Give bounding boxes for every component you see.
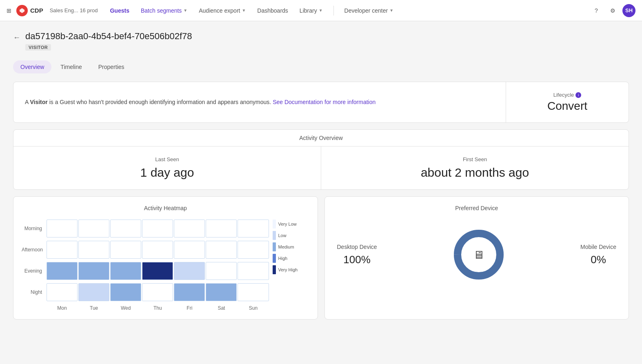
nav-library-label: Library bbox=[300, 7, 317, 14]
heatmap-cell bbox=[238, 283, 269, 301]
legend-label: Low bbox=[278, 233, 287, 238]
logo-text: CDP bbox=[30, 7, 43, 14]
tab-overview[interactable]: Overview bbox=[13, 60, 51, 73]
heatmap-cell bbox=[78, 220, 109, 237]
legend-label: High bbox=[278, 256, 288, 261]
nav-guests-label: Guests bbox=[110, 7, 129, 14]
monitor-icon: 🖥 bbox=[473, 248, 484, 262]
heatmap-cell bbox=[47, 220, 78, 237]
legend-label: Medium bbox=[278, 244, 294, 249]
heatmap-legend-item: Very High bbox=[273, 265, 298, 274]
tab-properties[interactable]: Properties bbox=[91, 60, 132, 73]
heatmap-cell bbox=[142, 220, 173, 237]
heatmap-cell bbox=[78, 241, 109, 259]
last-seen-stat: Last Seen 1 day ago bbox=[13, 146, 321, 189]
tab-timeline[interactable]: Timeline bbox=[53, 60, 89, 73]
activity-overview-title: Activity Overview bbox=[13, 130, 629, 146]
heatmap-cell bbox=[206, 220, 237, 237]
device-content: Desktop Device 100% 🖥 Mobile Device 0% bbox=[333, 218, 621, 291]
page-id-block: da57198b-2aa0-4b54-bef4-70e506b02f78 VIS… bbox=[25, 31, 192, 51]
heatmap-cell bbox=[110, 283, 141, 301]
last-seen-value: 1 day ago bbox=[22, 166, 313, 180]
desktop-stat: Desktop Device 100% bbox=[337, 244, 377, 266]
heatmap-card: Activity Heatmap MorningAfternoonEvening… bbox=[13, 196, 318, 320]
heatmap-legend: Very LowLowMediumHighVery High bbox=[273, 218, 309, 274]
lifecycle-label: Lifecycle i bbox=[553, 92, 582, 98]
legend-color-swatch bbox=[273, 220, 276, 229]
desktop-percentage: 100% bbox=[337, 253, 377, 266]
heatmap-row-label: Morning bbox=[22, 226, 46, 231]
legend-label: Very Low bbox=[278, 222, 297, 226]
heatmap-legend-item: Medium bbox=[273, 242, 294, 251]
lifecycle-value: Convert bbox=[547, 100, 587, 113]
nav-guests[interactable]: Guests bbox=[106, 5, 133, 16]
heatmap-day-label: Mon bbox=[46, 303, 78, 311]
heatmap-legend-item: High bbox=[273, 254, 288, 263]
page-title: da57198b-2aa0-4b54-bef4-70e506b02f78 bbox=[25, 31, 192, 42]
heatmap-legend-item: Low bbox=[273, 231, 287, 240]
nav-developer-center[interactable]: Developer center ▼ bbox=[340, 5, 398, 16]
visitor-badge: VISITOR bbox=[25, 44, 51, 51]
page-content: ← da57198b-2aa0-4b54-bef4-70e506b02f78 V… bbox=[0, 21, 642, 364]
user-avatar[interactable]: SH bbox=[622, 4, 635, 17]
page-header: ← da57198b-2aa0-4b54-bef4-70e506b02f78 V… bbox=[13, 31, 629, 51]
visitor-description-text: A Visitor is a Guest who hasn't provided… bbox=[25, 98, 375, 107]
documentation-link[interactable]: See Documentation for more information bbox=[273, 99, 375, 105]
nav-dashboards[interactable]: Dashboards bbox=[253, 5, 292, 16]
heatmap-cell bbox=[110, 220, 141, 237]
heatmap-day-label: Fri bbox=[173, 303, 205, 311]
legend-color-swatch bbox=[273, 265, 276, 274]
topnav-right-controls: ? ⚙ SH bbox=[590, 4, 635, 17]
heatmap-cell bbox=[206, 241, 237, 259]
heatmap-row-label: Evening bbox=[22, 268, 46, 274]
heatmap-cell bbox=[47, 262, 78, 280]
heatmap-cell bbox=[238, 241, 269, 259]
heatmap-cell bbox=[174, 283, 205, 301]
mobile-stat: Mobile Device 0% bbox=[580, 244, 616, 266]
top-navigation: ⊞ CDP Sales Eng... 16 prod Guests Batch … bbox=[0, 0, 642, 21]
heatmap-day-label: Tue bbox=[78, 303, 110, 311]
heatmap-cell bbox=[110, 262, 141, 280]
heatmap-day-label: Sat bbox=[205, 303, 237, 311]
visitor-bold: Visitor bbox=[30, 99, 47, 105]
device-donut-chart: 🖥 bbox=[450, 226, 507, 283]
grid-icon[interactable]: ⊞ bbox=[7, 7, 11, 14]
lifecycle-panel: Lifecycle i Convert bbox=[506, 82, 629, 122]
first-seen-stat: First Seen about 2 months ago bbox=[321, 146, 629, 189]
back-button[interactable]: ← bbox=[13, 33, 20, 42]
heatmap-cell bbox=[238, 220, 269, 237]
first-seen-label: First Seen bbox=[329, 156, 620, 162]
lifecycle-info-icon[interactable]: i bbox=[575, 92, 581, 98]
heatmap-cell bbox=[174, 220, 205, 237]
heatmap-rows: MorningAfternoonEveningNight bbox=[22, 218, 269, 303]
heatmap-day-label: Thu bbox=[142, 303, 173, 311]
activity-overview-card: Activity Overview Last Seen 1 day ago Fi… bbox=[13, 129, 629, 190]
mobile-percentage: 0% bbox=[580, 253, 616, 266]
nav-library[interactable]: Library ▼ bbox=[295, 5, 327, 16]
logo: CDP bbox=[16, 5, 43, 16]
heatmap-row-label: Night bbox=[22, 289, 46, 295]
heatmap-cell bbox=[142, 241, 173, 259]
heatmap-legend-item: Very Low bbox=[273, 220, 297, 229]
preferred-device-card: Preferred Device Desktop Device 100% 🖥 M… bbox=[324, 196, 629, 320]
heatmap-days: MonTueWedThuFriSatSun bbox=[22, 303, 269, 311]
heatmap-row: Evening bbox=[22, 260, 269, 282]
nav-separator bbox=[333, 6, 334, 16]
preferred-device-title: Preferred Device bbox=[333, 205, 621, 211]
heatmap-day-label: Sun bbox=[237, 303, 269, 311]
settings-button[interactable]: ⚙ bbox=[606, 4, 619, 17]
heatmap-cell bbox=[78, 283, 109, 301]
heatmap-cell bbox=[238, 262, 269, 280]
bottom-row: Activity Heatmap MorningAfternoonEvening… bbox=[13, 196, 629, 320]
legend-color-swatch bbox=[273, 242, 276, 251]
heatmap-row: Morning bbox=[22, 218, 269, 239]
nav-audience-export[interactable]: Audience export ▼ bbox=[195, 5, 250, 16]
heatmap-cell bbox=[206, 262, 237, 280]
heatmap-grid: MorningAfternoonEveningNight MonTueWedTh… bbox=[22, 218, 269, 311]
first-seen-value: about 2 months ago bbox=[329, 166, 620, 180]
logo-icon bbox=[16, 5, 28, 16]
nav-dashboards-label: Dashboards bbox=[257, 7, 288, 14]
nav-batch-segments[interactable]: Batch segments ▼ bbox=[137, 5, 191, 16]
legend-label: Very High bbox=[278, 267, 298, 272]
help-button[interactable]: ? bbox=[590, 4, 603, 17]
